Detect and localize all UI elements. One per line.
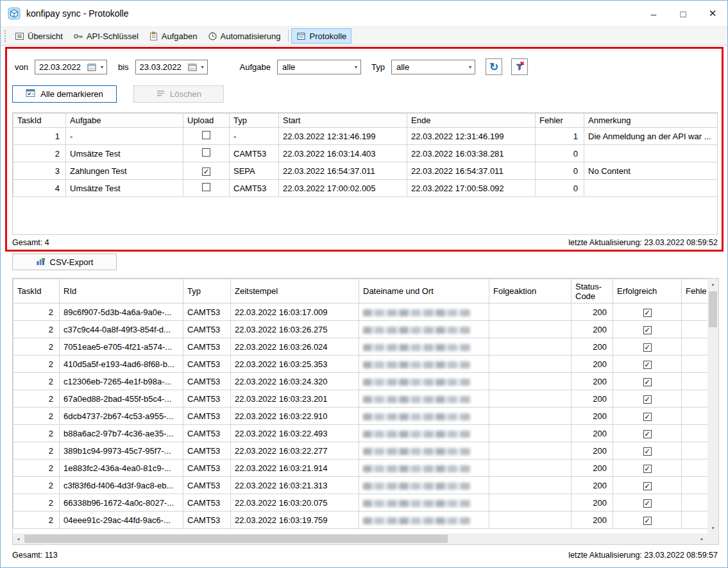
column-header[interactable]: Fehler (536, 114, 584, 128)
erfolgreich-checkbox[interactable]: ✓ (643, 413, 652, 421)
detail-row[interactable]: 2389b1c94-9973-45c7-95f7-...CAMT5322.03.… (13, 442, 708, 460)
csv-export-button[interactable]: CSV-Export (12, 254, 117, 270)
ende-cell: 22.03.2022 17:00:58.092 (407, 180, 536, 197)
date-to-picker[interactable]: 23.03.2022 ▾ (135, 60, 208, 74)
detail-row[interactable]: 2c12306eb-7265-4e1f-b98a-...CAMT5322.03.… (13, 373, 708, 390)
column-header[interactable]: Start (279, 114, 407, 128)
tab-automatisierung[interactable]: Automatisierung (203, 28, 286, 44)
demark-all-button[interactable]: Alle demarkieren (12, 85, 117, 103)
scroll-left-icon[interactable]: ◂ (13, 533, 24, 544)
tab-uebersicht[interactable]: Übersicht (10, 28, 68, 44)
erfolgreich-checkbox[interactable]: ✓ (643, 499, 652, 508)
chevron-down-icon[interactable]: ▾ (466, 64, 475, 70)
erfolgreich-checkbox[interactable]: ✓ (643, 482, 652, 490)
column-header[interactable]: RId (60, 279, 183, 304)
erfolgreich-checkbox[interactable]: ✓ (643, 361, 652, 369)
detail-row[interactable]: 26dcb4737-2b67-4c53-a955-...CAMT5322.03.… (13, 408, 708, 425)
dateiname-cell (359, 442, 489, 460)
detail-row[interactable]: 2c3f83f6d-f406-4d3f-9ac8-eb...CAMT5322.0… (13, 477, 708, 494)
protocol-row[interactable]: 3Zahlungen Test✓SEPA22.03.2022 16:54:37.… (13, 162, 718, 180)
erfolgreich-checkbox[interactable]: ✓ (643, 309, 652, 317)
upload-checkbox[interactable]: ✓ (202, 168, 210, 176)
horizontal-scrollbar[interactable]: ◂ ▸ (13, 533, 707, 544)
calendar-icon (87, 63, 96, 71)
erfolgreich-checkbox[interactable]: ✓ (643, 517, 652, 525)
erfolgreich-checkbox[interactable]: ✓ (643, 430, 652, 438)
detail-row[interactable]: 27051eae5-e705-4f21-a574-...CAMT5322.03.… (13, 338, 708, 356)
scroll-up-icon[interactable]: ▴ (707, 279, 718, 289)
upload-cell (183, 145, 230, 162)
erfolgreich-checkbox[interactable]: ✓ (643, 343, 652, 352)
detail-row[interactable]: 21e883fc2-436a-4ea0-81c9-...CAMT5322.03.… (13, 460, 708, 477)
start-cell: 22.03.2022 16:03:14.403 (279, 145, 407, 162)
von-label: von (15, 62, 28, 72)
scroll-right-icon[interactable]: ▸ (697, 533, 707, 544)
erfolgreich-checkbox[interactable]: ✓ (643, 447, 652, 456)
toolbar-grip[interactable] (4, 30, 6, 42)
chevron-down-icon[interactable]: ▾ (351, 64, 360, 70)
delete-button[interactable]: Löschen (133, 85, 224, 103)
column-header[interactable]: Typ (230, 114, 279, 128)
tab-api-schluessel[interactable]: API-Schlüssel (68, 28, 144, 44)
vertical-scrollbar-thumb[interactable] (709, 291, 717, 327)
column-header[interactable]: Typ (183, 279, 231, 304)
close-button[interactable]: ✕ (698, 1, 727, 26)
typ-cell: CAMT53 (183, 425, 231, 442)
detail-row[interactable]: 204eee91c-29ac-44fd-9ac6-...CAMT5322.03.… (13, 512, 708, 529)
minimize-button[interactable]: – (639, 1, 668, 26)
erfolgreich-cell: ✓ (613, 477, 682, 494)
protocol-row[interactable]: 2Umsätze TestCAMT5322.03.2022 16:03:14.4… (13, 145, 718, 162)
detail-row[interactable]: 289c6f907-5d3b-4a6a-9a0e-...CAMT5322.03.… (13, 304, 708, 321)
column-header[interactable]: Anmerkung (584, 114, 718, 128)
erfolgreich-checkbox[interactable]: ✓ (643, 465, 652, 473)
column-header[interactable]: TaskId (13, 279, 60, 304)
upload-checkbox[interactable] (202, 131, 210, 139)
scroll-down-icon[interactable]: ▾ (707, 522, 718, 533)
column-header[interactable]: Folgeaktion (489, 279, 571, 304)
date-from-picker[interactable]: 22.03.2022 ▾ (35, 60, 107, 74)
protocol-row[interactable]: 1--22.03.2022 12:31:46.19922.03.2022 12:… (13, 128, 718, 145)
vertical-scrollbar[interactable]: ▴ ▾ (707, 279, 718, 533)
typ-cell: CAMT53 (183, 477, 231, 494)
taskid-cell: 2 (13, 390, 60, 408)
upload-checkbox[interactable] (202, 183, 210, 191)
clear-filter-button[interactable] (511, 58, 528, 75)
fehler-cell (682, 356, 708, 373)
fehler-cell (682, 494, 708, 512)
column-header[interactable]: Dateiname und Ort (359, 279, 489, 304)
fehler-cell (682, 512, 708, 529)
column-header[interactable]: Erfolgreich (613, 279, 682, 304)
redacted-filename (363, 344, 471, 351)
tab-protokolle[interactable]: Protokolle (291, 28, 351, 44)
column-header[interactable]: Upload (183, 114, 230, 128)
erfolgreich-checkbox[interactable]: ✓ (643, 378, 652, 386)
refresh-button[interactable]: ↻ (486, 58, 502, 75)
detail-row[interactable]: 2b88a6ac2-97b7-4c36-ae35-...CAMT5322.03.… (13, 425, 708, 442)
aufgabe-select[interactable]: alle ▾ (277, 60, 361, 74)
column-header[interactable]: Aufgabe (66, 114, 183, 128)
column-header[interactable]: Fehle (682, 279, 708, 304)
detail-row[interactable]: 266338b96-1672-4a0c-8027-...CAMT5322.03.… (13, 494, 708, 512)
horizontal-scrollbar-thumb[interactable] (24, 535, 448, 543)
detail-row[interactable]: 267a0ed88-2bad-455f-b5c4-...CAMT5322.03.… (13, 390, 708, 408)
window-title: konfipay sync - Protokolle (26, 8, 129, 19)
detail-row[interactable]: 2c37c9c44-0a8f-49f3-854f-d...CAMT5322.03… (13, 321, 708, 338)
rid-cell: c37c9c44-0a8f-49f3-854f-d... (60, 321, 183, 338)
column-header[interactable]: Ende (407, 114, 536, 128)
erfolgreich-checkbox[interactable]: ✓ (643, 395, 652, 404)
fehler-cell (682, 408, 708, 425)
typ-select[interactable]: alle ▾ (391, 60, 475, 74)
upload-checkbox[interactable] (202, 148, 210, 157)
chevron-down-icon[interactable]: ▾ (97, 64, 106, 70)
fehler-cell (682, 338, 708, 356)
erfolgreich-checkbox[interactable]: ✓ (643, 326, 652, 334)
chevron-down-icon[interactable]: ▾ (198, 64, 207, 70)
detail-row[interactable]: 2410d5a5f-e193-4ad6-8f68-b...CAMT5322.03… (13, 356, 708, 373)
column-header[interactable]: TaskId (13, 114, 66, 128)
maximize-button[interactable]: □ (668, 1, 698, 26)
tab-aufgaben[interactable]: Aufgaben (144, 28, 203, 44)
protocol-row[interactable]: 4Umsätze TestCAMT5322.03.2022 17:00:02.0… (13, 180, 718, 197)
column-header[interactable]: Status-Code (571, 279, 613, 304)
column-header[interactable]: Zeitstempel (231, 279, 359, 304)
typ-cell: CAMT53 (230, 145, 279, 162)
